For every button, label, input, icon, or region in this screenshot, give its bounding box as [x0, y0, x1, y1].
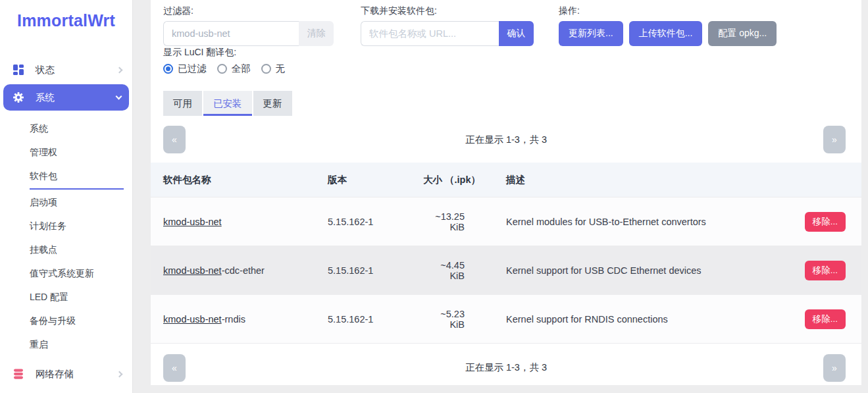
dashboard-icon [13, 64, 26, 76]
sidebar-item-status[interactable]: 状态 [0, 57, 132, 83]
radio-icon [217, 64, 227, 74]
sidebar-item-system[interactable]: 系统 [3, 84, 129, 111]
clear-button[interactable]: 清除 [299, 21, 334, 46]
sidebar-subitem-software[interactable]: 软件包 [0, 165, 132, 191]
sidebar-subitem-reboot[interactable]: 重启 [0, 333, 132, 357]
table-row: kmod-usb-net 5.15.162-1 ~13.25 KiB Kerne… [151, 197, 861, 246]
package-link[interactable]: kmod-usb-net [163, 217, 222, 227]
database-icon [13, 368, 26, 380]
sidebar: ImmortalWrt 状态 系统 系统 管理权 软件包 启动项 计划任务 挂载… [0, 0, 133, 393]
system-submenu: 系统 管理权 软件包 启动项 计划任务 挂载点 值守式系统更新 LED 配置 备… [0, 112, 132, 361]
size-cell: ~5.23 KiB [423, 309, 497, 330]
remove-button[interactable]: 移除... [805, 309, 846, 329]
luci-translation-block: 显示 LuCI 翻译包: 已过滤 全部 无 [151, 46, 861, 75]
header-size: 大小 （.ipk） [423, 174, 497, 186]
size-cell: ~4.45 KiB [423, 260, 497, 281]
tab-updates[interactable]: 更新 [253, 91, 292, 116]
chevron-right-icon [117, 68, 122, 72]
main-content: 过滤器: 清除 下载并安装软件包: 确认 操作: 更新列表... 上传软件包..… [151, 0, 861, 385]
package-name-suffix: -cdc-ether [222, 265, 265, 276]
radio-icon [163, 64, 173, 74]
radio-icon [261, 64, 271, 74]
header-description: 描述 [497, 174, 786, 186]
radio-label: 无 [276, 63, 286, 75]
version-cell: 5.15.162-1 [328, 217, 423, 227]
tab-available[interactable]: 可用 [163, 91, 202, 116]
ok-button[interactable]: 确认 [499, 21, 534, 46]
pagination-top: « 正在显示 1-3，共 3 » [151, 116, 861, 163]
table-header-row: 软件包名称 版本 大小 （.ipk） 描述 [151, 163, 861, 197]
upload-package-button[interactable]: 上传软件包... [629, 21, 703, 46]
sidebar-item-network[interactable]: 网络 [0, 388, 132, 393]
pagination-status: 正在显示 1-3，共 3 [151, 361, 861, 374]
sidebar-item-label: 状态 [36, 64, 55, 76]
pagination-bottom: « 正在显示 1-3，共 3 » [151, 343, 861, 385]
package-name-suffix: -rndis [222, 314, 245, 325]
sidebar-subitem-led-configuration[interactable]: LED 配置 [0, 286, 132, 309]
radio-none[interactable]: 无 [261, 63, 286, 75]
gear-icon [13, 92, 26, 103]
download-install-label: 下载并安装软件包: [361, 6, 559, 15]
package-tabs: 可用 已安装 更新 [151, 91, 861, 116]
app-logo: ImmortalWrt [0, 0, 132, 30]
sidebar-subitem-mount-points[interactable]: 挂载点 [0, 238, 132, 262]
tab-installed[interactable]: 已安装 [203, 91, 252, 116]
table-row: kmod-usb-net-rndis 5.15.162-1 ~5.23 KiB … [151, 294, 861, 343]
package-name-cell: kmod-usb-net-rndis [163, 314, 328, 325]
configure-opkg-button[interactable]: 配置 opkg... [708, 21, 777, 46]
sidebar-nav: 状态 系统 系统 管理权 软件包 启动项 计划任务 挂载点 值守式系统更新 LE… [0, 57, 132, 393]
radio-all[interactable]: 全部 [217, 63, 251, 75]
pagination-status: 正在显示 1-3，共 3 [151, 134, 861, 146]
table-row: kmod-usb-net-cdc-ether 5.15.162-1 ~4.45 … [151, 246, 861, 294]
software-toolbar: 过滤器: 清除 下载并安装软件包: 确认 操作: 更新列表... 上传软件包..… [151, 0, 861, 46]
luci-translation-label: 显示 LuCI 翻译包: [163, 47, 846, 57]
radio-filtered[interactable]: 已过滤 [163, 63, 207, 75]
chevron-right-icon [117, 372, 122, 377]
remove-button[interactable]: 移除... [805, 261, 846, 280]
sidebar-subitem-system[interactable]: 系统 [0, 117, 132, 141]
size-cell: ~13.25 KiB [423, 211, 497, 232]
version-cell: 5.15.162-1 [328, 314, 423, 325]
description-cell: Kernel support for USB CDC Ethernet devi… [497, 265, 786, 276]
sidebar-subitem-startup[interactable]: 启动项 [0, 191, 132, 215]
version-cell: 5.15.162-1 [328, 265, 423, 276]
description-cell: Kernel support for RNDIS connections [497, 314, 786, 325]
sidebar-item-label: 系统 [36, 92, 55, 104]
filter-input[interactable] [163, 21, 299, 46]
package-name-cell: kmod-usb-net [163, 217, 328, 227]
actions-label: 操作: [559, 6, 777, 15]
header-version: 版本 [328, 174, 423, 186]
header-package-name: 软件包名称 [163, 174, 328, 186]
sidebar-subitem-backup-upgrade[interactable]: 备份与升级 [0, 309, 132, 333]
sidebar-subitem-administration[interactable]: 管理权 [0, 141, 132, 165]
remove-button[interactable]: 移除... [805, 212, 846, 232]
sidebar-subitem-scheduled-tasks[interactable]: 计划任务 [0, 215, 132, 238]
radio-label: 全部 [232, 63, 251, 75]
radio-label: 已过滤 [178, 63, 207, 75]
package-name-cell: kmod-usb-net-cdc-ether [163, 265, 328, 276]
sidebar-item-label: 网络存储 [36, 368, 74, 380]
packages-table: 软件包名称 版本 大小 （.ipk） 描述 kmod-usb-net 5.15.… [151, 163, 861, 343]
package-link[interactable]: kmod-usb-net [163, 265, 222, 276]
update-lists-button[interactable]: 更新列表... [559, 21, 623, 46]
chevron-down-icon [116, 96, 121, 99]
download-package-input[interactable] [361, 21, 499, 46]
filter-label: 过滤器: [163, 6, 361, 15]
sidebar-subitem-attended-sysupgrade[interactable]: 值守式系统更新 [0, 262, 132, 286]
sidebar-item-network-storage[interactable]: 网络存储 [0, 361, 132, 387]
description-cell: Kernel modules for USB-to-Ethernet conve… [497, 217, 786, 227]
package-link[interactable]: kmod-usb-net [163, 314, 222, 325]
